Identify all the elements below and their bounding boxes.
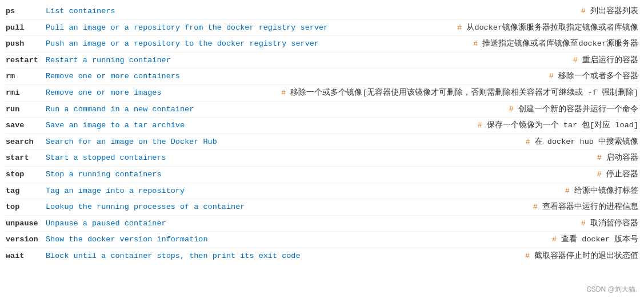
cmd-name-top: top <box>6 201 46 213</box>
cmd-name-rm: rm <box>6 70 46 83</box>
cmd-row-rmi: rmi Remove one or more images # 移除一个或多个镜… <box>6 85 638 102</box>
cmd-comment-run: # 创建一个新的容器并运行一个命令 <box>509 103 638 116</box>
cmd-name-unpause: unpause <box>6 217 46 230</box>
cmd-name-wait: wait <box>6 250 46 262</box>
cmd-row-start: start Start a stopped containers # 启动容器 <box>6 150 638 167</box>
cmd-comment-rm: # 移除一个或者多个容器 <box>549 70 638 83</box>
cmd-row-stop: stop Stop a running containers # 停止容器 <box>6 167 638 183</box>
cmd-desc-start: Start a stopped containers <box>46 152 593 164</box>
cmd-desc-restart: Restart a running container <box>46 54 569 67</box>
cmd-name-version: version <box>6 233 46 246</box>
cmd-desc-version: Show the docker version information <box>46 233 547 246</box>
cmd-desc-search: Search for an image on the Docker Hub <box>46 136 521 148</box>
cmd-comment-wait: # 截取容器停止时的退出状态值 <box>525 250 638 262</box>
cmd-row-push: push Push an image or a repository to th… <box>6 36 638 52</box>
cmd-comment-unpause: # 取消暂停容器 <box>581 217 638 230</box>
cmd-desc-run: Run a command in a new container <box>46 103 505 116</box>
cmd-row-ps: ps List containers # 列出容器列表 <box>6 3 638 20</box>
cmd-desc-rm: Remove one or more containers <box>46 70 545 83</box>
cmd-name-pull: pull <box>6 22 46 34</box>
cmd-desc-wait: Block until a container stops, then prin… <box>46 250 521 262</box>
cmd-comment-push: # 推送指定镜像或者库镜像至docker源服务器 <box>473 38 638 50</box>
cmd-name-save: save <box>6 119 46 132</box>
cmd-desc-top: Lookup the running processes of a contai… <box>46 201 529 213</box>
cmd-desc-save: Save an image to a tar archive <box>46 119 473 132</box>
cmd-name-tag: tag <box>6 185 46 197</box>
cmd-row-unpause: unpause Unpause a paused container # 取消暂… <box>6 216 638 232</box>
cmd-comment-tag: # 给源中镜像打标签 <box>565 185 638 197</box>
cmd-row-rm: rm Remove one or more containers # 移除一个或… <box>6 68 638 85</box>
cmd-comment-pull: # 从docker镜像源服务器拉取指定镜像或者库镜像 <box>457 22 638 34</box>
cmd-desc-unpause: Unpause a paused container <box>46 217 577 230</box>
cmd-comment-search: # 在 docker hub 中搜索镜像 <box>526 136 638 148</box>
cmd-comment-stop: # 停止容器 <box>597 168 638 181</box>
cmd-name-start: start <box>6 152 46 164</box>
cmd-comment-rmi: # 移除一个或多个镜像[无容器使用该镜像才可删除，否则需删除相关容器才可继续或 … <box>281 87 638 99</box>
cmd-row-tag: tag Tag an image into a repository # 给源中… <box>6 183 638 200</box>
cmd-row-search: search Search for an image on the Docker… <box>6 134 638 151</box>
command-table: ps List containers # 列出容器列表pull Pull an … <box>6 3 638 264</box>
cmd-name-restart: restart <box>6 54 46 67</box>
cmd-comment-ps: # 列出容器列表 <box>581 5 638 18</box>
cmd-desc-pull: Pull an image or a repository from the d… <box>46 22 453 34</box>
cmd-row-top: top Lookup the running processes of a co… <box>6 199 638 216</box>
cmd-name-search: search <box>6 136 46 148</box>
cmd-row-restart: restart Restart a running container # 重启… <box>6 52 638 69</box>
cmd-name-run: run <box>6 103 46 116</box>
cmd-name-push: push <box>6 38 46 50</box>
cmd-row-pull: pull Pull an image or a repository from … <box>6 20 638 37</box>
cmd-desc-ps: List containers <box>46 5 577 18</box>
cmd-comment-save: # 保存一个镜像为一个 tar 包[对应 load] <box>478 119 638 132</box>
cmd-desc-push: Push an image or a repository to the doc… <box>46 38 469 50</box>
cmd-row-run: run Run a command in a new container # 创… <box>6 102 638 118</box>
cmd-row-save: save Save an image to a tar archive # 保存… <box>6 118 638 134</box>
cmd-name-stop: stop <box>6 168 46 181</box>
cmd-comment-top: # 查看容器中运行的进程信息 <box>533 201 638 213</box>
cmd-comment-version: # 查看 docker 版本号 <box>552 233 638 246</box>
cmd-row-wait: wait Block until a container stops, then… <box>6 248 638 264</box>
cmd-desc-stop: Stop a running containers <box>46 168 593 181</box>
cmd-name-rmi: rmi <box>6 87 46 99</box>
cmd-comment-start: # 启动容器 <box>597 152 638 164</box>
cmd-comment-restart: # 重启运行的容器 <box>573 54 638 67</box>
cmd-name-ps: ps <box>6 5 46 18</box>
cmd-row-version: version Show the docker version informat… <box>6 232 638 248</box>
cmd-desc-tag: Tag an image into a repository <box>46 185 561 197</box>
cmd-desc-rmi: Remove one or more images <box>46 87 277 99</box>
watermark: CSDN @刘大猫. <box>586 285 637 294</box>
